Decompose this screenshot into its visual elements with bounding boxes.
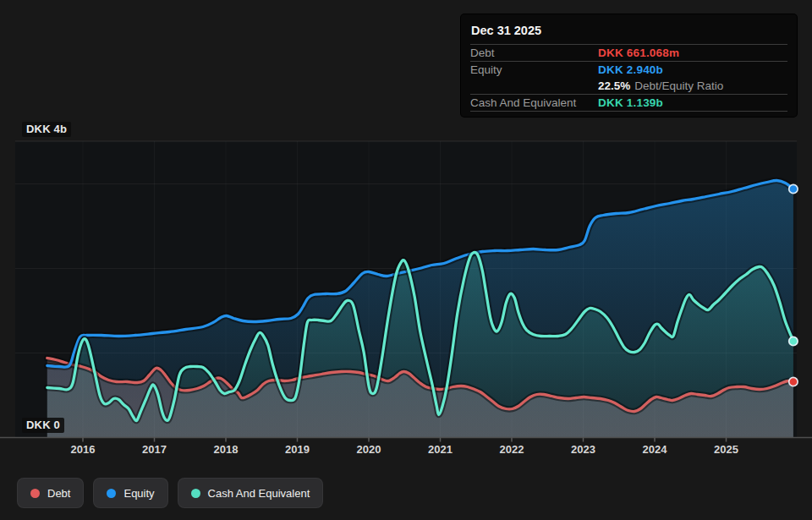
chart-legend: Debt Equity Cash And Equivalent [17, 478, 323, 508]
debt-series-dot-icon [30, 489, 40, 498]
tooltip-debt-label: Debt [470, 47, 598, 59]
legend-equity-label: Equity [123, 487, 154, 500]
y-axis-max-label: DKK 4b [22, 122, 71, 137]
tooltip-equity-label: Equity [470, 63, 598, 76]
tooltip-date: Dec 31 2025 [470, 20, 787, 45]
cash-series-dot-icon [191, 489, 200, 498]
tooltip-row-equity: Equity DKK 2.940b [470, 62, 787, 78]
legend-cash-label: Cash And Equivalent [208, 487, 310, 500]
tooltip-row-ratio: 22.5% Debt/Equity Ratio [470, 78, 787, 95]
tooltip-ratio-value: 22.5% [598, 79, 630, 92]
chart-tooltip: Dec 31 2025 Debt DKK 661.068m Equity DKK… [461, 14, 797, 117]
tooltip-debt-value: DKK 661.068m [598, 47, 679, 59]
tooltip-row-cash: Cash And Equivalent DKK 1.139b [470, 95, 787, 112]
legend-item-debt[interactable]: Debt [17, 478, 84, 508]
tooltip-ratio-label: Debt/Equity Ratio [634, 79, 723, 92]
tooltip-row-debt: Debt DKK 661.068m [470, 45, 787, 62]
tooltip-cash-value: DKK 1.139b [598, 96, 663, 109]
legend-debt-label: Debt [47, 487, 70, 500]
equity-series-dot-icon [107, 489, 116, 498]
legend-item-cash[interactable]: Cash And Equivalent [178, 478, 324, 508]
tooltip-cash-label: Cash And Equivalent [470, 96, 598, 109]
tooltip-equity-value: DKK 2.940b [598, 63, 663, 76]
y-axis-zero-label: DKK 0 [22, 418, 64, 433]
debt-end-dot [789, 377, 798, 386]
balance-sheet-history-chart-panel: DKK 4b DKK 0 201620172018201920202021202… [0, 0, 812, 520]
equity-end-dot [789, 184, 798, 193]
cash-end-dot [789, 337, 798, 345]
legend-item-equity[interactable]: Equity [93, 478, 167, 508]
